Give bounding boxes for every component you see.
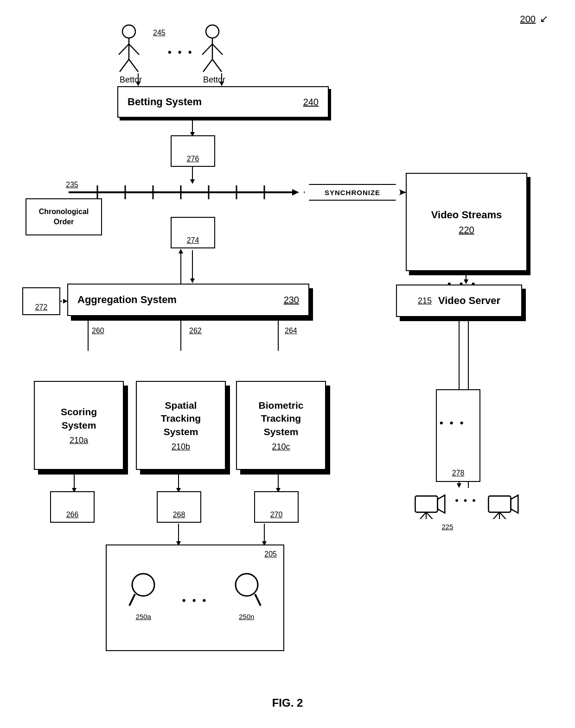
ref-272: 272: [35, 303, 48, 311]
svg-marker-78: [511, 495, 518, 513]
bettor-label-1: Bettor: [120, 75, 142, 85]
camera-dots: • • •: [455, 495, 477, 515]
svg-point-56: [206, 25, 219, 38]
camera-icon-2: [486, 491, 519, 519]
bettor-label-2: Bettor: [203, 75, 225, 85]
synchronize-box: SYNCHRONIZE: [304, 184, 401, 201]
svg-rect-72: [415, 496, 438, 512]
betting-system-num: 240: [303, 97, 319, 108]
svg-line-52: [119, 44, 129, 55]
svg-line-79: [490, 512, 499, 519]
ref-266: 266: [66, 511, 79, 519]
svg-line-81: [499, 512, 509, 519]
video-server-num: 215: [418, 296, 432, 306]
fig-caption: FIG. 2: [272, 696, 303, 709]
biometric-num: 210c: [272, 442, 290, 452]
sensors-box: 250a • • • 250n 205: [106, 544, 284, 651]
ref-274: 274: [187, 236, 199, 245]
scoring-box: ScoringSystem 210a: [34, 381, 124, 470]
biometric-label: BiometricTrackingSystem: [259, 399, 304, 438]
svg-line-74: [417, 512, 426, 519]
box-278: 278: [436, 389, 480, 482]
sensor-250a: 250a: [127, 571, 160, 620]
ref-264: 264: [285, 327, 297, 335]
ref-278: 278: [452, 469, 465, 477]
svg-rect-77: [488, 496, 511, 512]
svg-line-58: [202, 44, 212, 55]
ref-235: 235: [66, 181, 78, 189]
svg-line-59: [212, 44, 223, 55]
svg-line-54: [120, 59, 129, 72]
diagram-container: 200 ↙ 245 Bettor Bettor • • • Betting Sy…: [0, 0, 575, 728]
scoring-label: ScoringSystem: [61, 405, 97, 432]
chrono-order-box: ChronologicalOrder: [26, 198, 102, 235]
video-server-box: 215 Video Server: [396, 285, 522, 317]
svg-point-50: [122, 25, 135, 38]
stick-figure-bettor1: [115, 23, 143, 74]
box-276: 276: [171, 135, 215, 167]
svg-line-55: [129, 59, 138, 72]
stick-figure-bettor2: [198, 23, 226, 74]
chrono-order-label: ChronologicalOrder: [39, 207, 89, 228]
svg-line-71: [255, 594, 261, 606]
box-266: 266: [50, 491, 95, 523]
scoring-num: 210a: [70, 436, 88, 445]
ref-270: 270: [270, 511, 283, 519]
biometric-box: BiometricTrackingSystem 210c: [236, 381, 326, 470]
video-streams-label: Video Streams: [431, 209, 502, 221]
svg-marker-7: [190, 179, 195, 184]
svg-line-69: [129, 594, 135, 606]
ref-200: 200 ↙: [520, 13, 548, 25]
ref-262: 262: [189, 327, 202, 335]
sensor-dots: • • •: [182, 595, 208, 620]
ref-276: 276: [187, 155, 199, 163]
svg-marker-16: [292, 189, 299, 196]
ref-245: 245: [153, 29, 166, 37]
spatial-label: SpatialTrackingSystem: [161, 399, 201, 438]
video-streams-num: 220: [459, 225, 474, 235]
svg-marker-73: [438, 495, 445, 513]
svg-marker-45: [457, 483, 461, 488]
box-270: 270: [254, 491, 299, 523]
box-272: 272: [22, 287, 60, 315]
camera-icon-1: [413, 491, 446, 519]
cameras-area: • • • 225: [396, 491, 536, 531]
video-server-label: Video Server: [438, 295, 500, 307]
bettor-dots: • • •: [168, 46, 193, 58]
svg-marker-21: [190, 279, 195, 283]
aggregation-box: Aggregation System 230: [67, 284, 309, 316]
aggregation-num: 230: [284, 295, 299, 305]
video-streams-box: Video Streams 220: [406, 173, 527, 271]
spatial-box: SpatialTrackingSystem 210b: [136, 381, 226, 470]
betting-system-box: Betting System 240: [117, 86, 329, 118]
ref-260: 260: [92, 327, 104, 335]
ref-225: 225: [441, 523, 453, 531]
spatial-num: 210b: [172, 442, 190, 452]
sensors-num: 205: [264, 550, 277, 558]
ref-268: 268: [173, 511, 185, 519]
svg-point-70: [236, 574, 258, 596]
svg-marker-23: [179, 249, 183, 253]
sensor-250n: 250n: [230, 571, 263, 620]
svg-line-76: [426, 512, 435, 519]
box-268: 268: [157, 491, 201, 523]
dots-278: • • •: [440, 417, 465, 429]
box-274: 274: [171, 217, 215, 248]
betting-system-label: Betting System: [128, 96, 202, 108]
svg-line-53: [129, 44, 139, 55]
synchronize-label: SYNCHRONIZE: [325, 189, 380, 196]
svg-line-60: [203, 59, 212, 72]
aggregation-label: Aggregation System: [77, 294, 177, 306]
svg-point-68: [132, 574, 154, 596]
svg-line-61: [212, 59, 222, 72]
